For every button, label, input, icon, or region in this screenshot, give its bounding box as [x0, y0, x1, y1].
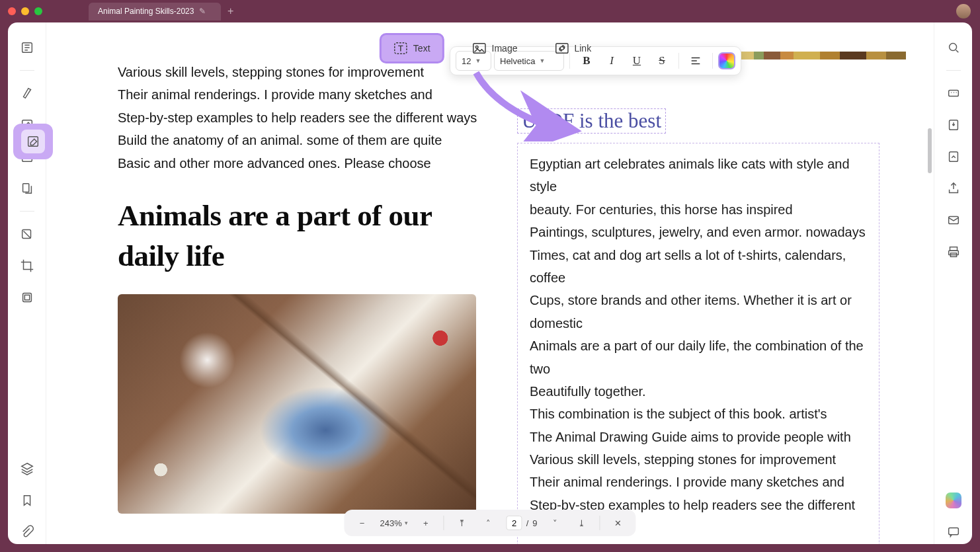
- divider: [600, 516, 600, 530]
- bookmark-icon[interactable]: [15, 489, 39, 512]
- window-traffic-lights[interactable]: [8, 7, 42, 15]
- body-text-right[interactable]: Egyptian art celebrates animals like cat…: [517, 143, 879, 544]
- text-line: Paintings, sculptures, jewelry, and even…: [530, 221, 867, 243]
- right-sidebar: [934, 22, 972, 544]
- maximize-window-icon[interactable]: [34, 7, 42, 15]
- close-window-icon[interactable]: [8, 7, 16, 15]
- text-line: Step-by-step examples to help readers se…: [118, 106, 488, 129]
- new-tab-button[interactable]: +: [227, 5, 233, 17]
- minimize-window-icon[interactable]: [21, 7, 29, 15]
- zoom-out-button[interactable]: −: [353, 514, 370, 532]
- text-line: Build the anatomy of an animal. some of …: [530, 539, 867, 544]
- page-input[interactable]: [507, 516, 522, 530]
- text-line: Their animal renderings. I provide many …: [118, 83, 488, 106]
- svg-rect-13: [948, 90, 958, 96]
- svg-rect-17: [950, 247, 957, 251]
- crop-icon[interactable]: [15, 254, 39, 278]
- text-line: Various skill levels, stepping stones fo…: [118, 61, 488, 83]
- image-tool-label: Image: [492, 43, 518, 54]
- svg-point-10: [475, 46, 478, 48]
- article-image[interactable]: [118, 294, 476, 514]
- zoom-in-button[interactable]: +: [417, 514, 434, 532]
- avatar[interactable]: [956, 4, 971, 19]
- divider: [20, 211, 34, 212]
- compress-icon[interactable]: [15, 286, 39, 309]
- first-page-button[interactable]: ⤒: [454, 514, 471, 532]
- layers-icon[interactable]: [15, 457, 39, 481]
- divider: [20, 70, 34, 71]
- align-button[interactable]: [684, 51, 707, 71]
- organize-pages-icon[interactable]: [15, 177, 39, 200]
- divider: [946, 70, 961, 71]
- inserted-text-box[interactable]: UPDF is the best: [517, 108, 666, 134]
- divider: [444, 516, 444, 530]
- body-text-left[interactable]: Various skill levels, stepping stones fo…: [118, 61, 488, 175]
- text-line: Their animal renderings. I provide many …: [530, 471, 867, 493]
- tab-title: Animal Painting Skills-2023: [98, 7, 194, 16]
- italic-button[interactable]: I: [600, 51, 623, 71]
- svg-rect-3: [22, 184, 28, 192]
- image-tool-button[interactable]: Image: [463, 36, 527, 60]
- text-line: The Animal Drawing Guide aims to provide…: [530, 426, 867, 448]
- svg-rect-16: [948, 217, 958, 224]
- print-icon[interactable]: [942, 240, 965, 264]
- pencil-icon: ✎: [199, 7, 206, 16]
- text-line: Egyptian art celebrates animals like cat…: [530, 153, 867, 198]
- text-color-button[interactable]: [718, 52, 735, 69]
- chevron-down-icon: ▾: [405, 520, 408, 526]
- search-icon[interactable]: [942, 36, 965, 59]
- text-line: Times, cat and dog art sells a lot of t-…: [530, 244, 867, 290]
- page-indicator: / 9: [507, 516, 538, 530]
- svg-rect-5: [22, 294, 31, 302]
- inserted-text[interactable]: UPDF is the best: [522, 109, 661, 132]
- document-canvas[interactable]: Text Image Link 12▼ Helvetica▼ B I U S: [46, 22, 934, 544]
- text-line: Beautifully together.: [530, 380, 867, 403]
- redact-icon[interactable]: [15, 222, 39, 246]
- comment-icon[interactable]: [942, 520, 965, 544]
- svg-rect-11: [555, 44, 567, 54]
- edit-pdf-icon[interactable]: [21, 130, 45, 153]
- text-line: beauty. For centuries, this horse has in…: [530, 198, 867, 221]
- divider: [678, 53, 679, 69]
- prev-page-button[interactable]: ˄: [480, 514, 497, 532]
- text-line: Cups, store brands and other items. Whet…: [530, 289, 867, 335]
- text-line: Basic and other more advanced ones. Plea…: [118, 152, 488, 175]
- ocr-icon[interactable]: [942, 81, 965, 105]
- updf-logo-icon[interactable]: [942, 489, 965, 512]
- next-page-button[interactable]: ˅: [547, 514, 564, 532]
- divider: [712, 53, 713, 69]
- attachment-icon[interactable]: [15, 520, 39, 544]
- heading[interactable]: Animals are a part of our daily life: [118, 196, 488, 276]
- bottom-bar: − 243%▾ + ⤒ ˄ / 9 ˅ ⤓ ✕: [344, 510, 635, 536]
- convert-icon[interactable]: [942, 145, 965, 169]
- scrollbar-thumb[interactable]: [928, 128, 932, 173]
- strikethrough-button[interactable]: S: [651, 51, 673, 71]
- left-sidebar: [8, 22, 46, 544]
- text-line: Various skill levels, stepping stones fo…: [530, 448, 867, 471]
- zoom-level[interactable]: 243%▾: [380, 518, 407, 528]
- export-image-icon[interactable]: [942, 113, 965, 137]
- highlighter-icon[interactable]: [15, 81, 39, 105]
- underline-button[interactable]: U: [626, 51, 648, 71]
- text-line: Build the anatomy of an animal. some of …: [118, 129, 488, 151]
- edit-toolbar: Text Image Link: [380, 33, 600, 63]
- page-sep: /: [526, 518, 529, 528]
- text-line: Animals are a part of our daily life, th…: [530, 335, 867, 380]
- text-tool-button[interactable]: Text: [380, 33, 444, 63]
- text-tool-label: Text: [413, 43, 430, 54]
- email-icon[interactable]: [942, 208, 965, 232]
- document-tab[interactable]: Animal Painting Skills-2023 ✎: [89, 3, 221, 20]
- reader-mode-icon[interactable]: [15, 36, 39, 59]
- share-icon[interactable]: [942, 177, 965, 200]
- svg-point-12: [949, 44, 956, 51]
- edit-tool-highlight: [13, 124, 53, 159]
- close-bar-button[interactable]: ✕: [610, 514, 627, 532]
- link-tool-button[interactable]: Link: [545, 36, 600, 60]
- link-tool-label: Link: [574, 43, 591, 54]
- svg-rect-20: [948, 528, 958, 535]
- svg-rect-6: [24, 295, 29, 299]
- last-page-button[interactable]: ⤓: [573, 514, 591, 532]
- page-total: 9: [532, 518, 537, 528]
- text-line: This combination is the subject of this …: [530, 403, 867, 425]
